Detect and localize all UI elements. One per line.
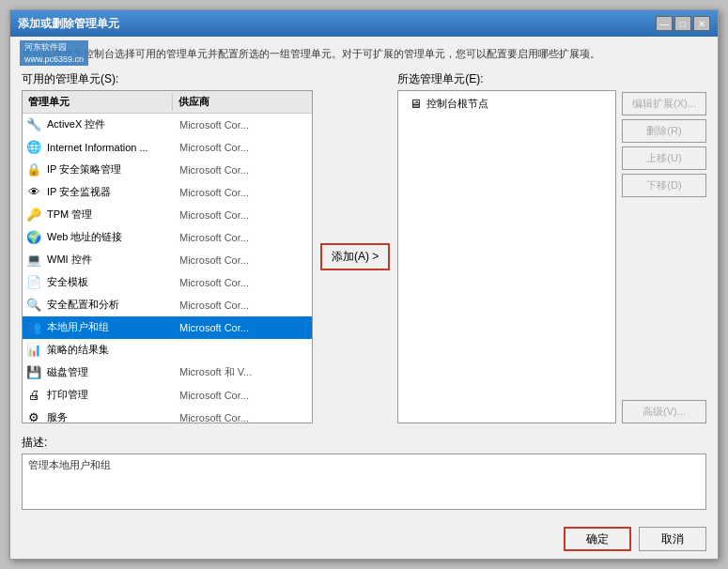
item-icon: 🔍 [24,296,43,315]
list-header: 管理单元 供应商 [23,91,312,114]
item-icon: 📊 [24,341,43,360]
item-vendor: Microsoft Cor... [179,209,312,221]
list-item[interactable]: 🔧 ActiveX 控件 Microsoft Cor... [23,114,312,136]
left-panel-label: 可用的管理单元(S): [22,71,313,87]
move-down-button[interactable]: 下移(D) [622,174,706,197]
desc-label: 描述: [22,435,706,451]
item-name: TPM 管理 [45,208,179,222]
item-name: 磁盘管理 [45,365,179,379]
footer: 确定 取消 [10,519,718,559]
cancel-button[interactable]: 取消 [639,527,706,551]
col-vendor-header: 供应商 [173,93,312,111]
list-item[interactable]: 🌐 Internet Information ... Microsoft Cor… [23,136,312,159]
item-vendor: Microsoft Cor... [179,254,312,266]
title-bar: 添加或删除管理单元 — □ ✕ [10,10,718,37]
item-name: 策略的结果集 [45,343,179,357]
maximize-button[interactable]: □ [674,16,691,31]
list-item[interactable]: ⚙ 服务 Microsoft Cor... [23,407,312,423]
item-name: 本地用户和组 [45,320,179,334]
item-icon: 🔧 [24,115,43,134]
item-icon: 🖨 [24,386,43,405]
item-name: 安全模板 [45,275,179,289]
item-icon: 👥 [24,318,43,337]
item-icon: 🖥 [406,95,425,114]
available-list-scroll[interactable]: 🔧 ActiveX 控件 Microsoft Cor... 🌐 Internet… [23,114,312,423]
list-item[interactable]: 👁 IP 安全监视器 Microsoft Cor... [23,181,312,204]
advanced-button[interactable]: 高级(V)... [622,400,706,423]
item-vendor: Microsoft Cor... [179,119,312,131]
description-text: 您可以在此为控制台选择可用的管理单元并配置所选的一组管理单元。对于可扩展的管理单… [22,46,706,62]
item-icon: 💻 [24,251,43,269]
left-panel: 可用的管理单元(S): 管理单元 供应商 🔧 ActiveX 控件 Micros… [22,71,313,424]
col-name-header: 管理单元 [23,93,173,111]
item-icon: 🔒 [24,161,43,179]
item-name: Web 地址的链接 [45,230,179,244]
item-icon: 👁 [24,183,43,202]
dialog-title: 添加或删除管理单元 [18,16,119,32]
minimize-button[interactable]: — [656,16,673,31]
item-icon: 🔑 [24,206,43,224]
item-name: IP 安全策略管理 [45,162,179,177]
available-list-container: 管理单元 供应商 🔧 ActiveX 控件 Microsoft Cor... 🌐… [22,90,313,424]
delete-button[interactable]: 删除(R) [622,119,706,143]
list-item[interactable]: 💻 WMI 控件 Microsoft Cor... [23,249,312,271]
title-bar-buttons: — □ ✕ [656,16,710,31]
right-panel-label: 所选管理单元(E): [397,71,706,87]
item-icon: 💾 [24,363,43,382]
list-item[interactable]: 📊 策略的结果集 [23,339,312,361]
item-name: 打印管理 [45,388,179,402]
selected-item-name: 控制台根节点 [426,97,488,111]
item-vendor: Microsoft Cor... [179,187,312,198]
close-button[interactable]: ✕ [693,16,710,31]
middle-panel: 添加(A) > [320,71,390,424]
item-vendor: Microsoft Cor... [179,164,312,176]
item-icon: 📄 [24,273,43,292]
list-item[interactable]: 🔍 安全配置和分析 Microsoft Cor... [23,294,312,316]
list-item[interactable]: 🔑 TPM 管理 Microsoft Cor... [23,204,312,226]
desc-box: 管理本地用户和组 [22,454,706,510]
list-item[interactable]: 👥 本地用户和组 Microsoft Cor... [23,316,312,339]
action-buttons: 编辑扩展(X)... 删除(R) 上移(U) 下移(D) 高级(V)... [622,90,706,424]
selected-item[interactable]: 🖥 控制台根节点 [400,93,613,115]
description-section: 描述: 管理本地用户和组 [22,435,706,510]
item-name: 安全配置和分析 [45,298,179,312]
item-icon: 🌐 [24,138,43,157]
item-vendor: Microsoft 和 V... [179,365,312,379]
dialog: 河东软件园www.pc6359.cn 添加或删除管理单元 — □ ✕ 您可以在此… [9,9,719,560]
item-icon: 🌍 [24,228,43,247]
item-name: 服务 [45,410,179,423]
item-vendor: Microsoft Cor... [179,277,312,288]
edit-extension-button[interactable]: 编辑扩展(X)... [622,92,706,115]
ok-button[interactable]: 确定 [564,527,631,551]
move-up-button[interactable]: 上移(U) [622,146,706,170]
item-vendor: Microsoft Cor... [179,142,312,153]
item-name: IP 安全监视器 [45,185,179,199]
add-button[interactable]: 添加(A) > [320,243,390,270]
item-vendor: Microsoft Cor... [179,390,312,401]
list-item[interactable]: 🌍 Web 地址的链接 Microsoft Cor... [23,226,312,249]
item-vendor: Microsoft Cor... [179,300,312,311]
list-item[interactable]: 🖨 打印管理 Microsoft Cor... [23,384,312,407]
selected-list[interactable]: 🖥 控制台根节点 [397,90,616,424]
list-item[interactable]: 💾 磁盘管理 Microsoft 和 V... [23,361,312,384]
item-name: ActiveX 控件 [45,117,179,131]
right-content: 🖥 控制台根节点 编辑扩展(X)... 删除(R) 上移(U) 下移(D) 高级… [397,90,706,424]
list-item[interactable]: 🔒 IP 安全策略管理 Microsoft Cor... [23,159,312,181]
item-name: WMI 控件 [45,253,179,267]
watermark: 河东软件园www.pc6359.cn [20,40,88,66]
item-vendor: Microsoft Cor... [179,412,312,423]
dialog-body: 您可以在此为控制台选择可用的管理单元并配置所选的一组管理单元。对于可扩展的管理单… [10,37,718,519]
item-icon: ⚙ [24,408,43,423]
item-name: Internet Information ... [45,142,179,153]
item-vendor: Microsoft Cor... [179,322,312,333]
right-panel: 所选管理单元(E): 🖥 控制台根节点 编辑扩展(X)... 删除(R) 上移(… [397,71,706,424]
list-item[interactable]: 📄 安全模板 Microsoft Cor... [23,271,312,294]
main-area: 可用的管理单元(S): 管理单元 供应商 🔧 ActiveX 控件 Micros… [22,71,706,424]
item-vendor: Microsoft Cor... [179,232,312,243]
